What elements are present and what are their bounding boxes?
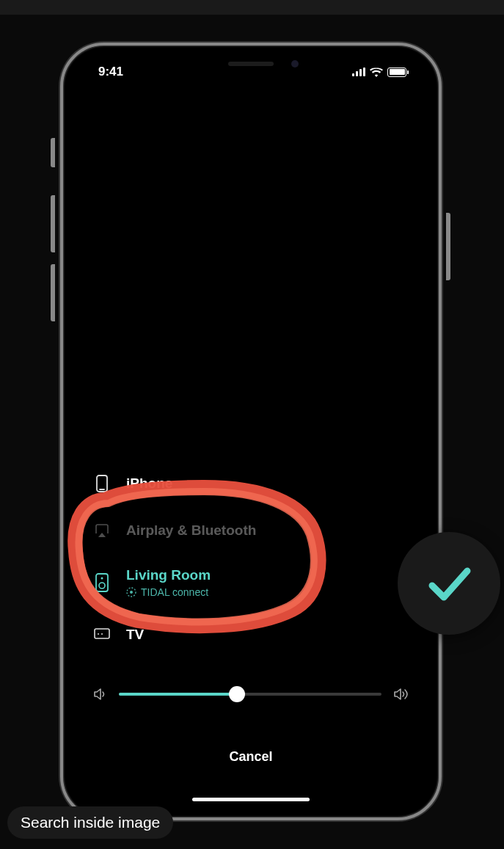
checkmark-badge[interactable] (398, 532, 500, 635)
status-bar: 9:41 (70, 63, 431, 81)
home-indicator[interactable] (192, 798, 310, 801)
device-sublabel-row: TIDAL connect (126, 586, 211, 598)
volume-slider[interactable] (119, 693, 381, 696)
volume-fill (119, 693, 237, 696)
search-inside-image-chip[interactable]: Search inside image (7, 806, 173, 839)
phone-power-button (446, 213, 450, 280)
cancel-button[interactable]: Cancel (229, 749, 272, 765)
device-item-iphone[interactable]: iPhone (94, 460, 408, 507)
status-right (352, 68, 411, 77)
volume-thumb[interactable] (229, 686, 245, 702)
device-label: Living Room (126, 567, 211, 583)
wifi-icon (370, 68, 383, 77)
svg-point-4 (99, 583, 105, 589)
airplay-icon (94, 520, 110, 541)
svg-point-6 (130, 591, 133, 594)
volume-high-icon[interactable] (393, 687, 409, 702)
battery-icon (387, 68, 406, 77)
phone-screen: 9:41 (70, 53, 431, 810)
device-item-airplay[interactable]: Airplay & Bluetooth (94, 507, 408, 554)
tv-icon (94, 624, 110, 645)
speaker-icon (94, 572, 110, 593)
device-label: iPhone (126, 475, 172, 492)
cellular-signal-icon (352, 68, 365, 76)
volume-low-icon[interactable] (92, 687, 107, 702)
checkmark-icon (420, 555, 478, 612)
svg-point-8 (98, 633, 99, 635)
device-list: iPhone Airplay & Bluetooth (70, 460, 431, 658)
device-label: Airplay & Bluetooth (126, 522, 256, 539)
volume-row (92, 687, 409, 702)
device-item-tv[interactable]: TV (94, 611, 408, 658)
page-top-bar (0, 0, 504, 15)
phone-volume-down (51, 264, 55, 321)
phone-frame: 9:41 (60, 43, 442, 820)
phone-icon (94, 473, 110, 494)
device-sublabel: TIDAL connect (141, 586, 208, 598)
phone-mute-switch (51, 138, 55, 167)
device-label: TV (126, 627, 144, 643)
tidal-connect-icon (126, 587, 136, 597)
svg-point-3 (101, 577, 103, 580)
phone-volume-up (51, 195, 55, 252)
svg-point-9 (101, 633, 103, 635)
device-item-living-room[interactable]: Living Room TIDAL connect (94, 554, 408, 611)
status-time: 9:41 (91, 65, 123, 79)
